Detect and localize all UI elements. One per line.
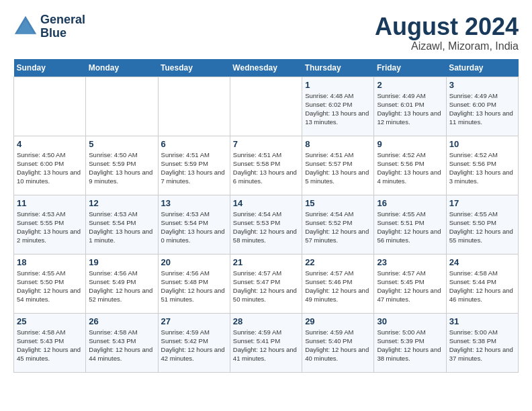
day-info: Sunrise: 4:49 AM Sunset: 6:01 PM Dayligh…: [377, 91, 443, 127]
day-info: Sunrise: 5:00 AM Sunset: 5:39 PM Dayligh…: [377, 328, 443, 363]
day-info: Sunrise: 4:57 AM Sunset: 5:47 PM Dayligh…: [233, 269, 299, 304]
logo: General Blue: [13, 13, 85, 40]
calendar-cell: 20Sunrise: 4:56 AM Sunset: 5:48 PM Dayli…: [158, 254, 230, 313]
calendar-table: SundayMondayTuesdayWednesdayThursdayFrid…: [13, 59, 519, 373]
calendar-cell: 17Sunrise: 4:55 AM Sunset: 5:50 PM Dayli…: [446, 195, 518, 254]
day-info: Sunrise: 4:54 AM Sunset: 5:52 PM Dayligh…: [305, 210, 371, 245]
header-tuesday: Tuesday: [158, 59, 230, 77]
calendar-cell: 3Sunrise: 4:49 AM Sunset: 6:00 PM Daylig…: [446, 77, 518, 136]
calendar-cell: 2Sunrise: 4:49 AM Sunset: 6:01 PM Daylig…: [374, 77, 446, 136]
day-info: Sunrise: 4:50 AM Sunset: 5:59 PM Dayligh…: [89, 150, 154, 186]
day-info: Sunrise: 4:55 AM Sunset: 5:50 PM Dayligh…: [17, 269, 83, 304]
calendar-cell: 31Sunrise: 5:00 AM Sunset: 5:38 PM Dayli…: [446, 313, 518, 372]
day-number: 27: [161, 316, 227, 326]
calendar-cell: 4Sunrise: 4:50 AM Sunset: 6:00 PM Daylig…: [14, 136, 86, 195]
day-number: 23: [377, 257, 443, 267]
day-info: Sunrise: 5:00 AM Sunset: 5:38 PM Dayligh…: [449, 328, 515, 363]
day-number: 2: [377, 80, 443, 90]
day-number: 19: [89, 257, 154, 267]
day-info: Sunrise: 4:58 AM Sunset: 5:43 PM Dayligh…: [89, 328, 154, 363]
day-info: Sunrise: 4:51 AM Sunset: 5:57 PM Dayligh…: [305, 150, 371, 186]
day-info: Sunrise: 4:56 AM Sunset: 5:48 PM Dayligh…: [161, 269, 227, 304]
day-number: 20: [161, 257, 227, 267]
day-number: 4: [17, 139, 83, 149]
page-header: General Blue August 2024 Aizawl, Mizoram…: [13, 13, 519, 52]
day-info: Sunrise: 4:58 AM Sunset: 5:44 PM Dayligh…: [449, 269, 515, 304]
day-number: 21: [233, 257, 299, 267]
day-info: Sunrise: 4:48 AM Sunset: 6:02 PM Dayligh…: [305, 91, 371, 127]
day-info: Sunrise: 4:53 AM Sunset: 5:54 PM Dayligh…: [161, 210, 227, 245]
day-number: 11: [17, 198, 83, 208]
calendar-cell: 1Sunrise: 4:48 AM Sunset: 6:02 PM Daylig…: [302, 77, 374, 136]
calendar-cell: 26Sunrise: 4:58 AM Sunset: 5:43 PM Dayli…: [86, 313, 158, 372]
calendar-cell: 29Sunrise: 4:59 AM Sunset: 5:40 PM Dayli…: [302, 313, 374, 372]
calendar-cell: 15Sunrise: 4:54 AM Sunset: 5:52 PM Dayli…: [302, 195, 374, 254]
day-number: 22: [305, 257, 371, 267]
day-number: 10: [449, 139, 515, 149]
calendar-week-row: 4Sunrise: 4:50 AM Sunset: 6:00 PM Daylig…: [14, 136, 519, 195]
day-info: Sunrise: 4:52 AM Sunset: 5:56 PM Dayligh…: [377, 150, 443, 186]
calendar-cell: 7Sunrise: 4:51 AM Sunset: 5:58 PM Daylig…: [230, 136, 302, 195]
location-subtitle: Aizawl, Mizoram, India: [375, 40, 519, 52]
calendar-cell: 13Sunrise: 4:53 AM Sunset: 5:54 PM Dayli…: [158, 195, 230, 254]
calendar-cell: 11Sunrise: 4:53 AM Sunset: 5:55 PM Dayli…: [14, 195, 86, 254]
calendar-cell: 19Sunrise: 4:56 AM Sunset: 5:49 PM Dayli…: [86, 254, 158, 313]
day-number: 1: [305, 80, 371, 90]
calendar-week-row: 11Sunrise: 4:53 AM Sunset: 5:55 PM Dayli…: [14, 195, 519, 254]
calendar-cell: 10Sunrise: 4:52 AM Sunset: 5:56 PM Dayli…: [446, 136, 518, 195]
day-number: 3: [449, 80, 515, 90]
header-friday: Friday: [374, 59, 446, 77]
day-info: Sunrise: 4:54 AM Sunset: 5:53 PM Dayligh…: [233, 210, 299, 245]
day-number: 6: [161, 139, 227, 149]
logo-text: General Blue: [40, 13, 85, 40]
day-info: Sunrise: 4:49 AM Sunset: 6:00 PM Dayligh…: [449, 91, 515, 127]
calendar-cell: 22Sunrise: 4:57 AM Sunset: 5:46 PM Dayli…: [302, 254, 374, 313]
calendar-cell: 23Sunrise: 4:57 AM Sunset: 5:45 PM Dayli…: [374, 254, 446, 313]
header-wednesday: Wednesday: [230, 59, 302, 77]
header-thursday: Thursday: [302, 59, 374, 77]
calendar-week-row: 18Sunrise: 4:55 AM Sunset: 5:50 PM Dayli…: [14, 254, 519, 313]
day-info: Sunrise: 4:59 AM Sunset: 5:42 PM Dayligh…: [161, 328, 227, 363]
day-number: 25: [17, 316, 83, 326]
day-number: 18: [17, 257, 83, 267]
day-number: 30: [377, 316, 443, 326]
day-info: Sunrise: 4:51 AM Sunset: 5:58 PM Dayligh…: [233, 150, 299, 186]
day-info: Sunrise: 4:50 AM Sunset: 6:00 PM Dayligh…: [17, 150, 83, 186]
day-info: Sunrise: 4:55 AM Sunset: 5:50 PM Dayligh…: [449, 210, 515, 245]
header-sunday: Sunday: [14, 59, 86, 77]
day-number: 28: [233, 316, 299, 326]
day-info: Sunrise: 4:51 AM Sunset: 5:59 PM Dayligh…: [161, 150, 227, 186]
day-info: Sunrise: 4:56 AM Sunset: 5:49 PM Dayligh…: [89, 269, 154, 304]
day-info: Sunrise: 4:59 AM Sunset: 5:40 PM Dayligh…: [305, 328, 371, 363]
logo-line1: General: [40, 13, 85, 26]
calendar-cell: 12Sunrise: 4:53 AM Sunset: 5:54 PM Dayli…: [86, 195, 158, 254]
calendar-cell: 25Sunrise: 4:58 AM Sunset: 5:43 PM Dayli…: [14, 313, 86, 372]
logo-icon: [13, 15, 38, 39]
header-saturday: Saturday: [446, 59, 518, 77]
day-number: 13: [161, 198, 227, 208]
calendar-cell: 5Sunrise: 4:50 AM Sunset: 5:59 PM Daylig…: [86, 136, 158, 195]
day-number: 16: [377, 198, 443, 208]
calendar-cell: [158, 77, 230, 136]
title-block: August 2024 Aizawl, Mizoram, India: [375, 13, 519, 52]
day-number: 12: [89, 198, 154, 208]
calendar-cell: 24Sunrise: 4:58 AM Sunset: 5:44 PM Dayli…: [446, 254, 518, 313]
calendar-cell: [86, 77, 158, 136]
calendar-cell: 28Sunrise: 4:59 AM Sunset: 5:41 PM Dayli…: [230, 313, 302, 372]
calendar-cell: 18Sunrise: 4:55 AM Sunset: 5:50 PM Dayli…: [14, 254, 86, 313]
day-number: 31: [449, 316, 515, 326]
day-info: Sunrise: 4:53 AM Sunset: 5:54 PM Dayligh…: [89, 210, 154, 245]
day-number: 17: [449, 198, 515, 208]
day-info: Sunrise: 4:57 AM Sunset: 5:45 PM Dayligh…: [377, 269, 443, 304]
calendar-cell: 14Sunrise: 4:54 AM Sunset: 5:53 PM Dayli…: [230, 195, 302, 254]
day-number: 26: [89, 316, 154, 326]
calendar-cell: [230, 77, 302, 136]
day-info: Sunrise: 4:59 AM Sunset: 5:41 PM Dayligh…: [233, 328, 299, 363]
day-number: 29: [305, 316, 371, 326]
calendar-cell: 21Sunrise: 4:57 AM Sunset: 5:47 PM Dayli…: [230, 254, 302, 313]
calendar-week-row: 1Sunrise: 4:48 AM Sunset: 6:02 PM Daylig…: [14, 77, 519, 136]
calendar-cell: 16Sunrise: 4:55 AM Sunset: 5:51 PM Dayli…: [374, 195, 446, 254]
calendar-cell: 8Sunrise: 4:51 AM Sunset: 5:57 PM Daylig…: [302, 136, 374, 195]
logo-line2: Blue: [40, 26, 66, 40]
day-number: 8: [305, 139, 371, 149]
